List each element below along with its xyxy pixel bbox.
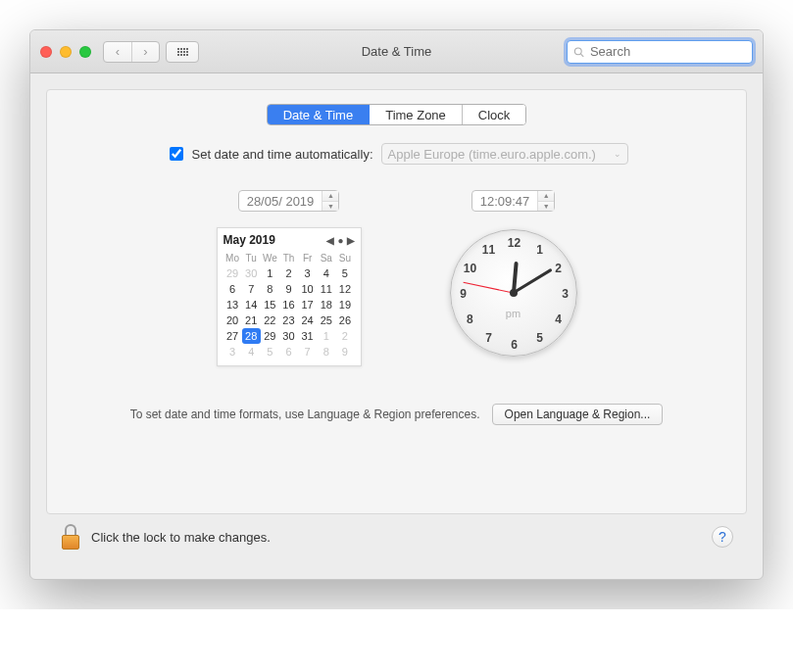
calendar-day[interactable]: 25 xyxy=(317,312,335,328)
language-region-row: To set date and time formats, use Langua… xyxy=(47,404,746,425)
calendar-day[interactable]: 9 xyxy=(279,281,298,297)
calendar-day[interactable]: 30 xyxy=(279,328,298,344)
calendar-day[interactable]: 23 xyxy=(279,312,298,328)
calendar-day[interactable]: 6 xyxy=(223,281,242,297)
date-stepper[interactable]: 28/05/ 2019 ▲ ▼ xyxy=(238,190,340,212)
search-input[interactable] xyxy=(588,43,746,60)
time-server-select[interactable]: Apple Europe (time.euro.apple.com.) ⌄ xyxy=(381,143,628,165)
date-value: 28/05/ 2019 xyxy=(239,191,323,211)
calendar-day[interactable]: 3 xyxy=(223,344,242,360)
back-button[interactable]: ‹ xyxy=(104,42,131,62)
tab-time-zone[interactable]: Time Zone xyxy=(370,105,463,124)
tabs: Date & Time Time Zone Clock xyxy=(47,90,746,125)
zoom-icon[interactable] xyxy=(79,46,91,58)
auto-set-label-text: Set date and time automatically: xyxy=(192,147,373,162)
calendar-weekday: Tu xyxy=(242,251,261,265)
calendar-today-icon[interactable]: ● xyxy=(337,235,343,246)
calendar-prev-icon[interactable]: ◀ xyxy=(326,235,334,246)
calendar-weekday: Th xyxy=(279,251,298,265)
calendar-weekday: Sa xyxy=(317,251,335,265)
calendar-day[interactable]: 20 xyxy=(223,312,242,328)
date-step-down[interactable]: ▼ xyxy=(322,202,338,212)
content: Date & Time Time Zone Clock Set date and… xyxy=(30,73,763,579)
clock-number: 6 xyxy=(506,338,523,352)
open-language-region-button[interactable]: Open Language & Region... xyxy=(492,404,664,425)
calendar-day[interactable]: 5 xyxy=(261,344,279,360)
clock-number: 7 xyxy=(480,331,498,345)
titlebar: ‹ › Date & Time xyxy=(30,30,763,73)
grid-icon xyxy=(177,48,188,56)
calendar-day[interactable]: 31 xyxy=(298,328,317,344)
nav-back-forward: ‹ › xyxy=(103,41,160,63)
calendar-weekday: Su xyxy=(335,251,354,265)
calendar-day[interactable]: 6 xyxy=(279,344,298,360)
calendar-day[interactable]: 24 xyxy=(298,312,317,328)
tab-date-time[interactable]: Date & Time xyxy=(268,105,371,124)
calendar-day[interactable]: 14 xyxy=(242,297,261,312)
clock-number: 10 xyxy=(461,262,478,275)
calendar-day[interactable]: 7 xyxy=(242,281,261,297)
calendar-day[interactable]: 19 xyxy=(335,297,354,312)
auto-set-checkbox[interactable] xyxy=(170,147,183,161)
time-stepper[interactable]: 12:09:47 ▲ ▼ xyxy=(471,190,556,212)
close-icon[interactable] xyxy=(40,46,52,58)
calendar-day[interactable]: 2 xyxy=(335,328,354,344)
calendar-day[interactable]: 22 xyxy=(261,312,279,328)
calendar-day[interactable]: 4 xyxy=(242,344,261,360)
calendar-day[interactable]: 4 xyxy=(317,265,335,281)
calendar-day[interactable]: 2 xyxy=(279,265,298,281)
calendar-day[interactable]: 29 xyxy=(223,265,242,281)
calendar-day[interactable]: 7 xyxy=(298,344,317,360)
calendar-day[interactable]: 10 xyxy=(298,281,317,297)
help-button[interactable]: ? xyxy=(712,526,733,548)
calendar-day[interactable]: 1 xyxy=(317,328,335,344)
calendar-day[interactable]: 15 xyxy=(261,297,279,312)
calendar-day[interactable]: 8 xyxy=(317,344,335,360)
show-all-button[interactable] xyxy=(166,41,199,63)
calendar[interactable]: May 2019 ◀ ● ▶ MoTuWeThFrSaSu 2930123456… xyxy=(217,227,362,366)
calendar-day[interactable]: 9 xyxy=(335,344,354,360)
time-step-up[interactable]: ▲ xyxy=(538,191,554,202)
clock-number: 4 xyxy=(550,312,568,326)
search-icon xyxy=(573,46,584,58)
calendar-weekdays: MoTuWeThFrSaSu xyxy=(223,251,355,265)
calendar-next-icon[interactable]: ▶ xyxy=(347,235,355,246)
calendar-day[interactable]: 21 xyxy=(242,312,261,328)
calendar-day[interactable]: 28 xyxy=(242,328,261,344)
date-step-up[interactable]: ▲ xyxy=(322,191,338,202)
time-value: 12:09:47 xyxy=(472,191,539,211)
calendar-day[interactable]: 8 xyxy=(261,281,279,297)
minimize-icon[interactable] xyxy=(60,46,72,58)
calendar-day[interactable]: 12 xyxy=(335,281,354,297)
calendar-header: May 2019 ◀ ● ▶ xyxy=(223,233,355,251)
clock-number: 3 xyxy=(557,287,574,301)
time-step-down[interactable]: ▼ xyxy=(538,202,554,212)
lock-icon[interactable] xyxy=(60,524,81,550)
svg-line-1 xyxy=(581,54,584,57)
calendar-day[interactable]: 16 xyxy=(279,297,298,312)
clock-number: 11 xyxy=(480,243,498,257)
calendar-day[interactable]: 11 xyxy=(317,281,335,297)
calendar-day[interactable]: 1 xyxy=(261,265,279,281)
auto-set-checkbox-label[interactable]: Set date and time automatically: xyxy=(166,144,373,164)
calendar-day[interactable]: 3 xyxy=(298,265,317,281)
forward-button[interactable]: › xyxy=(131,42,159,62)
calendar-day[interactable]: 30 xyxy=(242,265,261,281)
calendar-day[interactable]: 13 xyxy=(223,297,242,312)
search-field[interactable] xyxy=(567,40,753,64)
tab-clock[interactable]: Clock xyxy=(463,105,526,124)
clock-number: 8 xyxy=(461,312,478,326)
analog-clock: pm 121234567891011 xyxy=(450,229,577,357)
calendar-day[interactable]: 5 xyxy=(335,265,354,281)
clock-number: 12 xyxy=(506,236,523,250)
calendar-day[interactable]: 18 xyxy=(317,297,335,312)
time-server-value: Apple Europe (time.euro.apple.com.) xyxy=(388,147,596,162)
calendar-day[interactable]: 29 xyxy=(261,328,279,344)
clock-number: 9 xyxy=(455,287,472,301)
clock-center-pin xyxy=(510,289,518,297)
calendar-day[interactable]: 27 xyxy=(223,328,242,344)
calendar-weekday: Mo xyxy=(223,251,242,265)
calendar-day[interactable]: 26 xyxy=(335,312,354,328)
clock-number: 1 xyxy=(531,243,549,257)
calendar-day[interactable]: 17 xyxy=(298,297,317,312)
